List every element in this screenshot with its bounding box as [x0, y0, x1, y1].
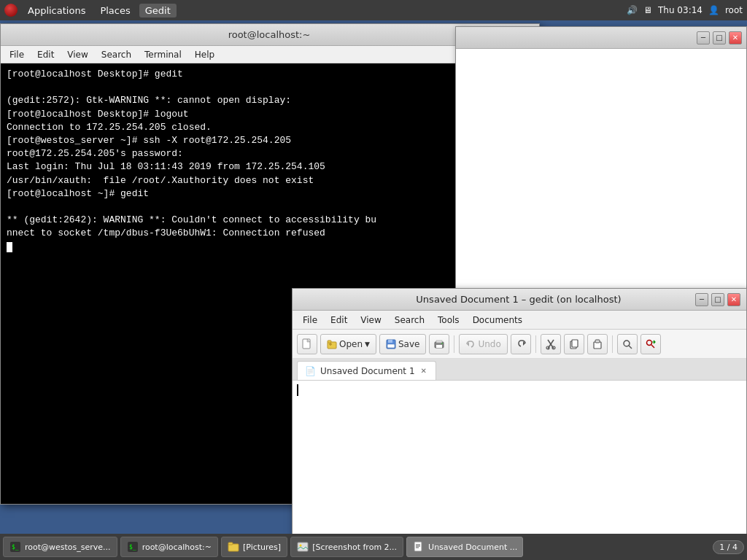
gedit-menu-search[interactable]: Search [389, 314, 430, 327]
maximize-btn[interactable]: □ [713, 31, 726, 44]
gedit-minimize-btn[interactable]: ─ [695, 293, 708, 306]
doc-icon: 📄 [305, 366, 316, 376]
taskbar: $_ root@westos_serve... $_ root@localhos… [0, 534, 747, 560]
tab-close-button[interactable]: ✕ [419, 366, 428, 376]
taskbar-terminal-icon-1: $_ [127, 541, 139, 553]
tab-label: Unsaved Document 1 [320, 366, 415, 376]
svg-rect-29 [228, 542, 233, 545]
svg-line-21 [629, 346, 632, 349]
taskbar-item-2[interactable]: [Pictures] [221, 537, 287, 557]
page-indicator: 1 / 4 [713, 540, 744, 554]
gedit-menubar: File Edit View Search Tools Documents [293, 311, 746, 330]
taskbar-item-0[interactable]: $_ root@westos_serve... [3, 537, 117, 557]
svg-point-20 [624, 341, 630, 346]
taskbar-item-1[interactable]: $_ root@localhost:~ [120, 537, 218, 557]
svg-rect-2 [328, 341, 331, 343]
places-menu[interactable]: Places [94, 4, 136, 18]
terminal-menu-help[interactable]: Help [189, 48, 220, 61]
username: root [725, 5, 743, 15]
active-app-menu[interactable]: Gedit [139, 4, 177, 18]
sound-icon[interactable]: 🔊 [627, 5, 638, 15]
taskbar-label-2: [Pictures] [243, 542, 281, 552]
taskbar-image-icon [297, 541, 309, 553]
minimize-btn[interactable]: ─ [697, 31, 710, 44]
gedit-close-btn[interactable]: ✕ [727, 293, 740, 306]
svg-point-22 [646, 340, 651, 345]
document-tab[interactable]: 📄 Unsaved Document 1 ✕ [297, 361, 436, 380]
top-panel-right: 🔊 🖥 Thu 03:14 👤 root [627, 5, 743, 15]
svg-point-9 [441, 343, 443, 344]
gedit-menu-file[interactable]: File [297, 314, 323, 327]
copy-button[interactable] [564, 334, 584, 354]
redo-button[interactable] [511, 334, 531, 354]
taskbar-item-4[interactable]: Unsaved Document ... [406, 537, 523, 557]
editor-cursor [297, 384, 298, 396]
top-panel: Applications Places Gedit 🔊 🖥 Thu 03:14 … [0, 0, 747, 20]
new-file-button[interactable] [297, 334, 317, 354]
toolbar-sep-2 [535, 335, 536, 353]
svg-rect-19 [595, 340, 600, 343]
undo-button[interactable]: Undo [459, 334, 507, 354]
gedit-menu-documents[interactable]: Documents [467, 314, 528, 327]
toolbar-sep-1 [454, 335, 454, 353]
save-button[interactable]: Save [379, 334, 426, 354]
cut-button[interactable] [541, 334, 561, 354]
svg-rect-4 [388, 340, 392, 343]
background-window-controls: ─ □ ✕ [697, 31, 742, 44]
open-button-label: Open [339, 339, 363, 349]
taskbar-gedit-icon [413, 541, 425, 553]
display-icon[interactable]: 🖥 [643, 5, 652, 15]
applications-menu[interactable]: Applications [22, 4, 91, 18]
svg-rect-8 [436, 341, 442, 343]
replace-button[interactable] [640, 334, 661, 354]
taskbar-folder-icon [228, 541, 239, 553]
gedit-menu-view[interactable]: View [355, 314, 387, 327]
gedit-tabs: 📄 Unsaved Document 1 ✕ [293, 359, 746, 381]
svg-rect-30 [298, 542, 308, 551]
gedit-menu-edit[interactable]: Edit [325, 314, 353, 327]
user-icon: 👤 [708, 5, 719, 15]
svg-rect-0 [303, 339, 310, 349]
gedit-title: Unsaved Document 1 – gedit (on localhost… [342, 294, 695, 305]
taskbar-label-0: root@westos_serve... [25, 542, 111, 552]
search-button[interactable] [617, 334, 638, 354]
taskbar-item-3[interactable]: [Screenshot from 2... [290, 537, 403, 557]
svg-rect-5 [387, 344, 395, 348]
taskbar-right: 1 / 4 [713, 540, 744, 554]
save-button-label: Save [398, 339, 419, 349]
toolbar-sep-3 [612, 335, 613, 353]
terminal-menu-terminal[interactable]: Terminal [139, 48, 187, 61]
taskbar-label-3: [Screenshot from 2... [312, 542, 397, 552]
gedit-titlebar: Unsaved Document 1 – gedit (on localhost… [293, 289, 746, 311]
svg-text:$_: $_ [12, 544, 19, 551]
gedit-window-controls: ─ □ ✕ [695, 293, 740, 306]
taskbar-label-4: Unsaved Document ... [428, 542, 517, 552]
gedit-toolbar: Open ▼ Save [293, 330, 746, 359]
close-btn[interactable]: ✕ [729, 31, 742, 44]
terminal-menu-edit[interactable]: Edit [31, 48, 60, 61]
svg-line-23 [651, 345, 654, 348]
open-dropdown-arrow[interactable]: ▼ [365, 341, 370, 348]
gedit-menu-tools[interactable]: Tools [432, 314, 465, 327]
background-window-titlebar: ─ □ ✕ [456, 27, 746, 49]
taskbar-terminal-icon-0: $_ [9, 541, 21, 553]
svg-text:$_: $_ [129, 544, 136, 551]
terminal-menu-view[interactable]: View [61, 48, 93, 61]
svg-point-31 [300, 545, 302, 547]
open-button[interactable]: Open ▼ [320, 334, 376, 354]
terminal-title: root@localhost:~ [50, 29, 488, 40]
svg-rect-17 [572, 340, 578, 347]
clock: Thu 03:14 [658, 5, 703, 15]
redhat-icon [4, 4, 18, 17]
gedit-maximize-btn[interactable]: □ [711, 293, 724, 306]
paste-button[interactable] [587, 334, 608, 354]
svg-rect-7 [436, 345, 442, 348]
terminal-menu-file[interactable]: File [4, 48, 30, 61]
gedit-window: Unsaved Document 1 – gedit (on localhost… [292, 288, 747, 560]
taskbar-label-1: root@localhost:~ [142, 542, 212, 552]
top-panel-left: Applications Places Gedit [4, 4, 177, 18]
print-button[interactable] [429, 334, 449, 354]
undo-button-label: Undo [478, 339, 500, 349]
terminal-menu-search[interactable]: Search [96, 48, 137, 61]
